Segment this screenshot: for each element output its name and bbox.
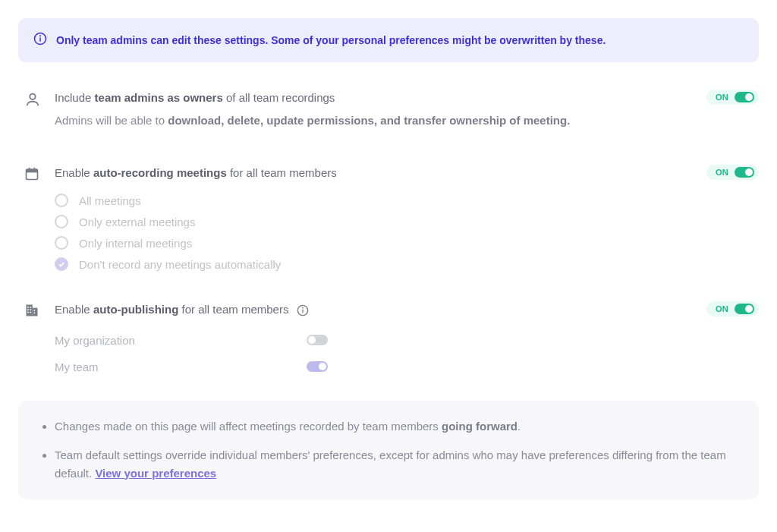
setting-subtitle: Admins will be able to download, delete,… xyxy=(55,112,706,130)
view-preferences-link[interactable]: View your preferences xyxy=(95,467,216,480)
toggle-switch-icon xyxy=(735,167,754,178)
sub-toggle-team: My team xyxy=(55,360,328,373)
toggle-label: ON xyxy=(716,168,728,177)
radio-unchecked-icon xyxy=(55,194,68,207)
svg-rect-13 xyxy=(30,309,32,310)
toggle-switch-icon xyxy=(735,92,754,102)
footer-note-2: Team default settings override individua… xyxy=(55,446,738,483)
radio-external-meetings[interactable]: Only external meetings xyxy=(55,215,759,228)
svg-rect-16 xyxy=(34,310,36,311)
svg-rect-10 xyxy=(27,307,29,308)
toggle-auto-recording[interactable]: ON xyxy=(706,165,759,180)
setting-team-admins-owners: Include team admins as owners of all tea… xyxy=(18,90,759,143)
radio-unchecked-icon xyxy=(55,236,68,250)
radio-unchecked-icon xyxy=(55,215,68,228)
svg-rect-9 xyxy=(33,308,38,316)
person-icon xyxy=(18,90,55,111)
footer-note-1: Changes made on this page will affect me… xyxy=(55,417,738,436)
info-banner: Only team admins can edit these settings… xyxy=(18,18,759,62)
svg-point-3 xyxy=(30,94,35,99)
setting-title: Include team admins as owners of all tea… xyxy=(55,90,706,107)
auto-recording-options: All meetings Only external meetings Only… xyxy=(18,194,759,271)
radio-internal-meetings[interactable]: Only internal meetings xyxy=(55,236,759,250)
building-icon xyxy=(18,301,55,321)
svg-rect-12 xyxy=(27,309,29,310)
setting-title: Enable auto-publishing for all team memb… xyxy=(55,301,706,319)
svg-rect-14 xyxy=(27,312,29,313)
toggle-admins-owners[interactable]: ON xyxy=(706,90,759,105)
toggle-label: ON xyxy=(716,304,728,313)
svg-rect-7 xyxy=(34,167,36,170)
setting-auto-publishing: Enable auto-publishing for all team memb… xyxy=(18,301,759,323)
radio-all-meetings[interactable]: All meetings xyxy=(55,194,759,207)
calendar-icon xyxy=(18,165,55,184)
svg-point-20 xyxy=(302,307,303,308)
setting-title: Enable auto-recording meetings for all t… xyxy=(55,165,706,182)
auto-publishing-sub-options: My organization My team xyxy=(18,334,759,373)
radio-checked-icon xyxy=(55,257,68,271)
svg-rect-6 xyxy=(29,167,30,170)
svg-point-2 xyxy=(40,36,41,36)
footer-notes: Changes made on this page will affect me… xyxy=(18,401,759,499)
toggle-my-team[interactable] xyxy=(307,361,328,372)
info-icon[interactable] xyxy=(297,304,309,316)
svg-rect-5 xyxy=(27,169,38,172)
setting-auto-recording: Enable auto-recording meetings for all t… xyxy=(18,165,759,187)
radio-dont-record[interactable]: Don't record any meetings automatically xyxy=(55,257,759,271)
info-banner-text: Only team admins can edit these settings… xyxy=(56,34,606,46)
toggle-my-organization[interactable] xyxy=(307,335,328,345)
toggle-switch-icon xyxy=(735,304,754,314)
svg-rect-17 xyxy=(34,313,36,314)
svg-rect-15 xyxy=(30,312,32,313)
info-icon xyxy=(33,32,47,49)
svg-rect-8 xyxy=(27,305,33,316)
sub-toggle-organization: My organization xyxy=(55,334,328,347)
toggle-auto-publishing[interactable]: ON xyxy=(706,301,759,316)
svg-rect-11 xyxy=(30,307,32,308)
toggle-label: ON xyxy=(716,93,728,102)
